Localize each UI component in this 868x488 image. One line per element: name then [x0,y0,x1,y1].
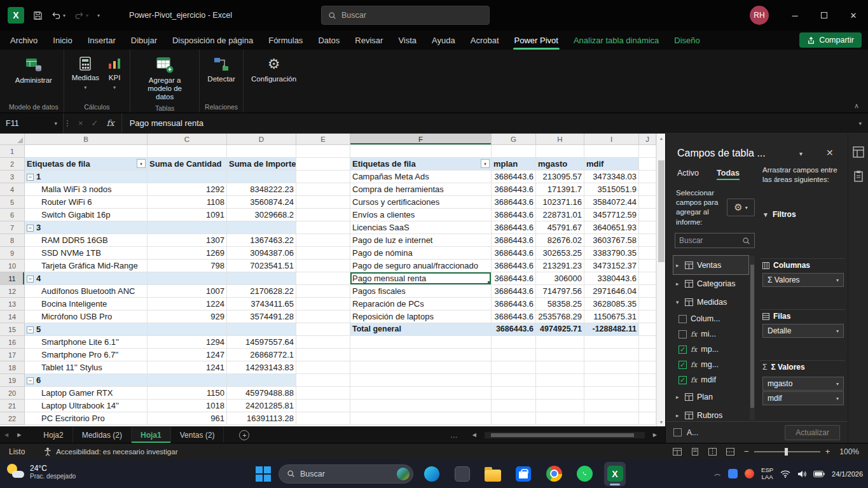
row-header-3[interactable]: 3 [0,171,25,183]
cell-D8[interactable]: 1367463.22 [227,234,296,247]
sheet-tab-medidas-2[interactable]: Medidas (2) [73,427,132,443]
new-sheet-button[interactable]: + [239,430,249,440]
macro-view-icon[interactable] [726,448,734,456]
cell-B3[interactable]: −1 [25,171,148,183]
cell-G12[interactable]: 3686443.6 [492,285,536,298]
filter-dropdown-icon[interactable]: ▾ [481,159,490,168]
filter-dropdown-icon[interactable]: ▾ [137,159,146,168]
cell-D18[interactable]: 14293143.83 [227,361,296,374]
weather-widget[interactable]: 24°C Prac. despejado [6,463,76,480]
ribbon-tab-vista[interactable]: Vista [390,31,424,50]
cell-I5[interactable]: 3584072.44 [584,196,639,209]
defer-layout-checkbox[interactable] [673,428,682,436]
cell-H21[interactable] [536,400,584,412]
close-button[interactable]: ✕ [839,0,868,31]
configuracion-button[interactable]: ⚙ Configuración [249,54,299,85]
cell-B20[interactable]: Laptop Gamer RTX [25,387,148,400]
cell-I18[interactable] [584,361,639,374]
cell-I14[interactable]: 1150675.31 [584,310,639,323]
cell-J13[interactable] [639,298,656,310]
cell-J5[interactable] [639,196,656,209]
cell-C6[interactable]: 1091 [148,209,227,221]
column-header-C[interactable]: C [148,134,227,145]
customize-toolbar-button[interactable]: ▾ [97,13,100,18]
ribbon-tab-formulas[interactable]: Fórmulas [261,31,310,50]
cell-E5[interactable] [296,196,350,209]
enter-icon[interactable]: ✓ [92,118,99,128]
cell-G11[interactable]: 3686443.6 [492,272,536,285]
cell-C3[interactable] [148,171,227,183]
collapse-ribbon-chevron-icon[interactable]: ∧ [854,102,859,110]
wifi-icon[interactable] [780,470,790,478]
titlebar-search-input[interactable]: Buscar [321,6,490,25]
cell-D11[interactable] [227,272,296,285]
cell-B13[interactable]: Bocina Inteligente [25,298,148,310]
cell-B22[interactable]: PC Escritorio Pro [25,412,148,425]
cell-J21[interactable] [639,400,656,412]
cell-D6[interactable]: 3029668.2 [227,209,296,221]
cell-F3[interactable]: Campañas Meta Ads [350,171,492,183]
cell-H9[interactable]: 302653.25 [536,247,584,260]
cell-C9[interactable]: 1269 [148,247,227,260]
cell-H11[interactable]: 306000 [536,272,584,285]
cell-C4[interactable]: 1292 [148,183,227,196]
volume-icon[interactable] [797,470,806,478]
cell-D15[interactable] [227,323,296,336]
cell-F1[interactable] [350,145,492,158]
cell-E10[interactable] [296,260,350,272]
cell-B15[interactable]: −5 [25,323,148,336]
tray-app-icon-red[interactable] [745,469,754,478]
cell-C14[interactable]: 929 [148,310,227,323]
dropdown-chevron-icon[interactable]: ▾ [54,120,57,127]
sheet-tab-hoja1[interactable]: Hoja1 [132,427,171,443]
update-button[interactable]: Actualizar [785,425,840,440]
share-button[interactable]: Compartir [799,32,862,48]
cell-D16[interactable]: 14597557.64 [227,336,296,349]
cell-I1[interactable] [584,145,639,158]
pane-close-icon[interactable]: ✕ [826,148,834,158]
edge-icon[interactable] [421,462,443,486]
cell-F16[interactable] [350,336,492,349]
cell-F17[interactable] [350,349,492,361]
row-header-9[interactable]: 9 [0,247,25,260]
redo-button[interactable]: ▾ [74,11,88,20]
normal-view-icon[interactable] [673,448,682,456]
ribbon-tab-datos[interactable]: Datos [310,31,347,50]
cell-B4[interactable]: Malla WiFi 3 nodos [25,183,148,196]
cell-F21[interactable] [350,400,492,412]
cell-F5[interactable]: Cursos y certificaciones [350,196,492,209]
cell-G10[interactable]: 3686443.6 [492,260,536,272]
cell-E1[interactable] [296,145,350,158]
field-categorias[interactable]: ▸Categorias [673,274,748,293]
cell-J3[interactable] [639,171,656,183]
cell-I4[interactable]: 3515051.9 [584,183,639,196]
cell-H2[interactable]: mgasto [536,158,584,171]
cell-I3[interactable]: 3473348.03 [584,171,639,183]
cell-D1[interactable] [227,145,296,158]
cell-B6[interactable]: Switch Gigabit 16p [25,209,148,221]
cell-C7[interactable] [148,221,227,234]
cell-E19[interactable] [296,374,350,387]
cell-F18[interactable] [350,361,492,374]
cell-H14[interactable]: 2535768.29 [536,310,584,323]
cell-E18[interactable] [296,361,350,374]
cell-D9[interactable]: 3094387.06 [227,247,296,260]
cell-B11[interactable]: −4 [25,272,148,285]
field-child-mdif[interactable]: ✓fxmdif [673,372,748,387]
cell-H8[interactable]: 82676.02 [536,234,584,247]
cell-E17[interactable] [296,349,350,361]
page-break-view-icon[interactable] [708,448,717,456]
column-header-I[interactable]: I [584,134,639,145]
column-header-H[interactable]: H [536,134,584,145]
cell-D3[interactable] [227,171,296,183]
cell-E7[interactable] [296,221,350,234]
namebox-resize-handle[interactable] [64,113,71,133]
cell-H15[interactable]: 4974925.71 [536,323,584,336]
cell-C12[interactable]: 1007 [148,285,227,298]
row-header-14[interactable]: 14 [0,310,25,323]
taskbar-search-input[interactable]: Buscar [279,464,413,484]
collapse-group-button[interactable]: − [27,377,34,384]
zoom-slider[interactable] [754,451,820,452]
field-checkbox[interactable] [679,315,687,323]
cell-C15[interactable] [148,323,227,336]
